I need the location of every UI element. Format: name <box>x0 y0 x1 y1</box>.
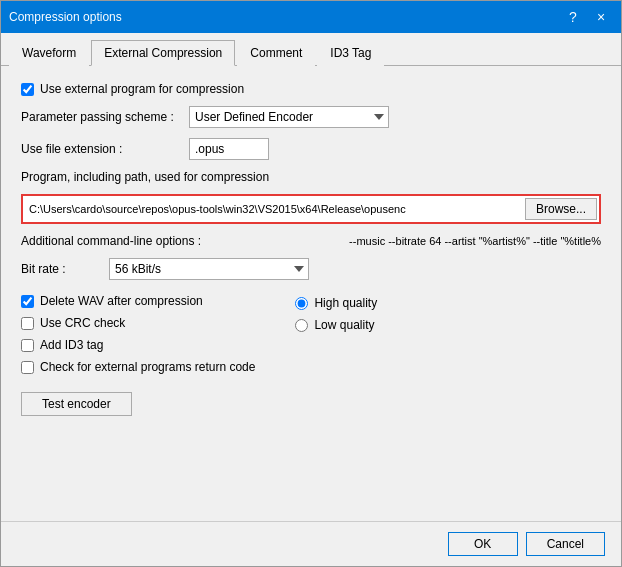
file-extension-input[interactable] <box>189 138 269 160</box>
id3tag-checkbox[interactable] <box>21 339 34 352</box>
tab-id3tag[interactable]: ID3 Tag <box>317 40 384 66</box>
ok-button[interactable]: OK <box>448 532 518 556</box>
title-bar-left: Compression options <box>9 10 122 24</box>
crc-label: Use CRC check <box>40 316 125 330</box>
parameter-scheme-row: Parameter passing scheme : User Defined … <box>21 106 601 128</box>
delete-wav-label: Delete WAV after compression <box>40 294 203 308</box>
compression-options-dialog: Compression options ? × Waveform Externa… <box>0 0 622 567</box>
use-external-label: Use external program for compression <box>40 82 244 96</box>
low-quality-label: Low quality <box>314 318 374 332</box>
use-external-row: Use external program for compression <box>21 82 601 96</box>
check-return-checkbox[interactable] <box>21 361 34 374</box>
crc-row: Use CRC check <box>21 316 255 330</box>
bitrate-label: Bit rate : <box>21 262 101 276</box>
check-return-label: Check for external programs return code <box>40 360 255 374</box>
file-extension-row: Use file extension : <box>21 138 601 160</box>
bitrate-row: Bit rate : 56 kBit/s <box>21 258 601 280</box>
program-path-input[interactable] <box>25 198 525 220</box>
title-bar: Compression options ? × <box>1 1 621 33</box>
cmdline-value: --music --bitrate 64 --artist "%artist%"… <box>229 235 601 247</box>
dialog-title: Compression options <box>9 10 122 24</box>
file-extension-label: Use file extension : <box>21 142 181 156</box>
cmdline-row: Additional command-line options : --musi… <box>21 234 601 248</box>
help-button[interactable]: ? <box>561 7 585 27</box>
tab-content: Use external program for compression Par… <box>1 66 621 521</box>
footer: OK Cancel <box>1 521 621 566</box>
parameter-scheme-label: Parameter passing scheme : <box>21 110 181 124</box>
close-button[interactable]: × <box>589 7 613 27</box>
id3tag-label: Add ID3 tag <box>40 338 103 352</box>
program-path-label: Program, including path, used for compre… <box>21 170 601 184</box>
cmdline-label: Additional command-line options : <box>21 234 221 248</box>
tab-comment[interactable]: Comment <box>237 40 315 66</box>
high-quality-radio[interactable] <box>295 297 308 310</box>
checkboxes-left: Delete WAV after compression Use CRC che… <box>21 294 255 374</box>
low-quality-row: Low quality <box>295 318 377 332</box>
test-encoder-button[interactable]: Test encoder <box>21 392 132 416</box>
bitrate-select[interactable]: 56 kBit/s <box>109 258 309 280</box>
browse-button[interactable]: Browse... <box>525 198 597 220</box>
tab-external-compression[interactable]: External Compression <box>91 40 235 66</box>
cancel-button[interactable]: Cancel <box>526 532 605 556</box>
delete-wav-row: Delete WAV after compression <box>21 294 255 308</box>
title-bar-controls: ? × <box>561 7 613 27</box>
quality-radio-group: High quality Low quality <box>295 294 377 374</box>
high-quality-label: High quality <box>314 296 377 310</box>
delete-wav-checkbox[interactable] <box>21 295 34 308</box>
tab-waveform[interactable]: Waveform <box>9 40 89 66</box>
crc-checkbox[interactable] <box>21 317 34 330</box>
use-external-checkbox[interactable] <box>21 83 34 96</box>
parameter-scheme-select[interactable]: User Defined Encoder <box>189 106 389 128</box>
parameter-scheme-select-wrapper: User Defined Encoder <box>189 106 389 128</box>
low-quality-radio[interactable] <box>295 319 308 332</box>
checkboxes-section: Delete WAV after compression Use CRC che… <box>21 294 601 374</box>
bitrate-select-wrapper: 56 kBit/s <box>109 258 309 280</box>
program-path-row: Browse... <box>21 194 601 224</box>
id3tag-row: Add ID3 tag <box>21 338 255 352</box>
high-quality-row: High quality <box>295 296 377 310</box>
check-return-row: Check for external programs return code <box>21 360 255 374</box>
tabs-bar: Waveform External Compression Comment ID… <box>1 33 621 66</box>
